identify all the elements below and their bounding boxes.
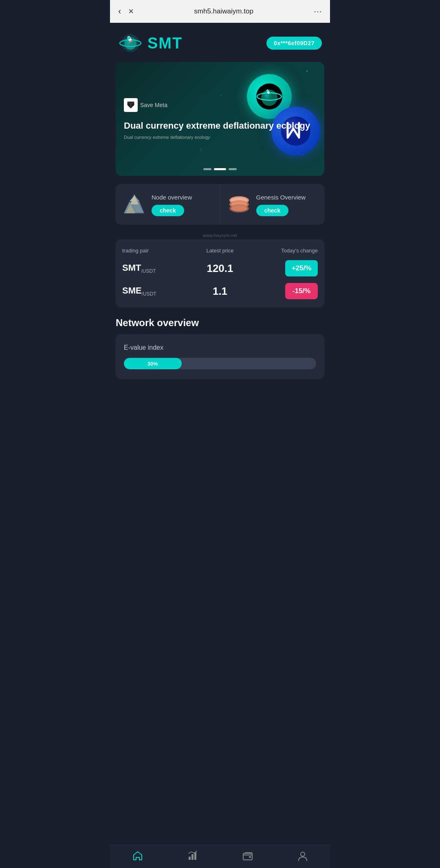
banner-dot-2[interactable] bbox=[214, 168, 226, 170]
svg-point-30 bbox=[231, 206, 247, 211]
smt-change-badge: +25/% bbox=[285, 260, 318, 276]
banner-dot-3[interactable] bbox=[229, 168, 237, 170]
evalue-progress-fill: 30% bbox=[124, 358, 182, 369]
trading-header: trading pair Latest price Today's change bbox=[122, 248, 318, 254]
bottom-nav bbox=[110, 845, 330, 868]
trading-col-change: Today's change bbox=[253, 248, 318, 254]
banner-logo-text: Save Meta bbox=[140, 102, 167, 108]
genesis-overview-text: Genesis Overview check bbox=[256, 193, 318, 216]
node-overview-card: Node overview check bbox=[116, 184, 220, 225]
sme-price: 1.1 bbox=[187, 285, 253, 298]
genesis-check-button[interactable]: check bbox=[256, 205, 289, 216]
svg-rect-32 bbox=[191, 854, 194, 860]
main-content: SMT 0x***6ef09D27 Save Met bbox=[110, 23, 330, 421]
url-bar[interactable]: smh5.haiwaiym.top bbox=[134, 7, 314, 15]
wallet-address-badge[interactable]: 0x***6ef09D27 bbox=[266, 37, 322, 50]
wallet-icon bbox=[242, 850, 253, 861]
evalue-progress-container: 30% bbox=[124, 358, 316, 369]
logo-area: SMT bbox=[118, 31, 183, 55]
sme-pair-name: SME/USDT bbox=[122, 285, 187, 297]
svg-rect-31 bbox=[189, 857, 191, 860]
genesis-overview-card: Genesis Overview check bbox=[220, 184, 325, 225]
more-button[interactable]: ⋯ bbox=[314, 7, 322, 16]
genesis-overview-icon bbox=[227, 192, 251, 217]
network-section: E-value index 30% bbox=[116, 334, 324, 379]
svg-point-36 bbox=[301, 852, 305, 856]
node-overview-text: Node overview check bbox=[152, 193, 213, 216]
banner-title: Dual currency extreme deflationary ecolo… bbox=[124, 120, 316, 132]
chart-icon bbox=[187, 850, 198, 861]
trading-col-pair: trading pair bbox=[122, 248, 187, 254]
banner-dots bbox=[203, 168, 237, 170]
overview-section: Node overview check Genesis Overvi bbox=[116, 184, 324, 225]
banner-content: Save Meta Dual currency extreme deflatio… bbox=[116, 62, 324, 176]
node-overview-label: Node overview bbox=[152, 193, 213, 202]
browser-bar: ‹ × smh5.haiwaiym.top ⋯ bbox=[110, 0, 330, 23]
browser-nav-buttons[interactable]: ‹ × bbox=[118, 6, 134, 17]
node-check-button[interactable]: check bbox=[152, 205, 184, 216]
trading-section: trading pair Latest price Today's change… bbox=[116, 239, 324, 307]
home-icon bbox=[132, 850, 143, 861]
sme-change: -15/% bbox=[253, 283, 318, 299]
watermark: www.hwyxym.net bbox=[110, 233, 330, 238]
profile-icon bbox=[297, 850, 308, 861]
smt-price: 120.1 bbox=[187, 262, 253, 275]
logo-icon bbox=[118, 31, 143, 55]
svg-rect-35 bbox=[249, 856, 251, 858]
smt-pair-name: SMT/USDT bbox=[122, 263, 187, 274]
node-overview-icon bbox=[122, 192, 147, 217]
nav-item-chart[interactable] bbox=[187, 850, 198, 861]
banner-left: Save Meta Dual currency extreme deflatio… bbox=[124, 98, 316, 140]
logo-title: SMT bbox=[147, 35, 183, 52]
banner-dot-1[interactable] bbox=[203, 168, 211, 170]
nav-item-profile[interactable] bbox=[297, 850, 308, 861]
trading-row-sme[interactable]: SME/USDT 1.1 -15/% bbox=[122, 283, 318, 299]
trading-col-price: Latest price bbox=[187, 248, 253, 254]
evalue-progress-label: 30% bbox=[147, 361, 158, 367]
nav-item-wallet[interactable] bbox=[242, 850, 253, 861]
smt-change: +25/% bbox=[253, 260, 318, 276]
sme-change-badge: -15/% bbox=[285, 283, 318, 299]
close-button[interactable]: × bbox=[128, 6, 134, 17]
banner-logo-small: Save Meta bbox=[124, 98, 316, 112]
banner-subtitle: Dual currency extreme deflationary ecolo… bbox=[124, 135, 316, 140]
trading-row-smt[interactable]: SMT/USDT 120.1 +25/% bbox=[122, 260, 318, 276]
back-button[interactable]: ‹ bbox=[118, 6, 121, 17]
banner-section: Save Meta Dual currency extreme deflatio… bbox=[116, 62, 324, 176]
evalue-label: E-value index bbox=[124, 344, 316, 351]
header-section: SMT 0x***6ef09D27 bbox=[110, 23, 330, 62]
genesis-overview-label: Genesis Overview bbox=[256, 193, 318, 202]
save-meta-logo-icon bbox=[124, 98, 138, 112]
network-overview-title: Network overview bbox=[110, 317, 330, 334]
nav-item-home[interactable] bbox=[132, 850, 143, 861]
